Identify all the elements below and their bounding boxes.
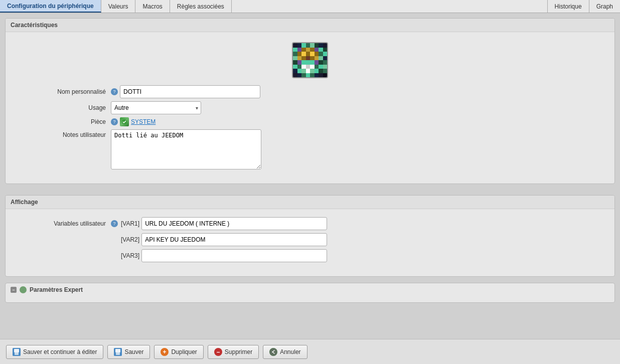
nom-row: Nom personnalisé ? [6,85,614,98]
device-image-row [6,42,614,78]
top-nav: Configuration du périphérique Valeurs Ma… [0,0,620,13]
nom-help-icon[interactable]: ? [111,88,118,95]
affichage-title: Affichage [6,196,614,209]
var1-row: Variables utilisateur ? [VAR1] [6,217,614,230]
tab-macros[interactable]: Macros [135,0,170,13]
affichage-body: Variables utilisateur ? [VAR1] [VAR2] [V… [6,209,614,270]
var2-row: [VAR2] [6,233,614,246]
usage-select[interactable]: Autre Lumière Prise Capteur [111,101,201,114]
piece-help-icon[interactable]: ? [111,118,118,125]
piece-row: Pièce ? SYSTEM [6,117,614,126]
notes-label: Notes utilisateur [11,129,111,138]
tab-graph[interactable]: Graph [589,0,620,13]
expert-dot-icon [20,286,27,293]
vars-label: Variables utilisateur [11,220,111,227]
vars-help-icon[interactable]: ? [111,220,118,227]
caracteristiques-panel: Caractéristiques [5,18,615,184]
nom-label: Nom personnalisé [11,88,111,95]
caracteristiques-title: Caractéristiques [6,19,614,32]
var3-row: [VAR3] [6,249,614,262]
tab-historique[interactable]: Historique [547,0,589,13]
usage-select-wrap: Autre Lumière Prise Capteur ▾ [111,101,201,114]
tab-config[interactable]: Configuration du périphérique [0,0,101,13]
var3-input[interactable] [141,249,327,262]
caracteristiques-body: Nom personnalisé ? Usage Autre Lumière P… [6,32,614,177]
expert-title: – Paramètres Expert [6,283,614,296]
tab-regles[interactable]: Règles associées [170,0,232,13]
system-icon [120,117,129,126]
notes-textarea[interactable]: Dotti lié au JEEDOM [111,129,261,169]
expert-panel: – Paramètres Expert [5,283,615,303]
usage-label: Usage [11,104,111,111]
expert-toggle-icon[interactable]: – [11,287,17,293]
nom-input[interactable] [120,85,260,98]
device-image[interactable] [292,42,328,78]
piece-label: Pièce [11,118,111,125]
var3-label: [VAR3] [121,252,139,259]
tab-valeurs[interactable]: Valeurs [101,0,136,13]
var2-input[interactable] [141,233,327,246]
affichage-panel: Affichage Variables utilisateur ? [VAR1]… [5,195,615,277]
main-content: Caractéristiques [0,13,620,339]
var2-label: [VAR2] [121,236,139,243]
nav-spacer [232,0,547,13]
var1-input[interactable] [141,217,327,230]
notes-row: Notes utilisateur Dotti lié au JEEDOM [6,129,614,169]
piece-link[interactable]: SYSTEM [120,117,156,126]
spacer1 [5,190,615,195]
var1-label: [VAR1] [121,220,139,227]
usage-row: Usage Autre Lumière Prise Capteur ▾ [6,101,614,114]
